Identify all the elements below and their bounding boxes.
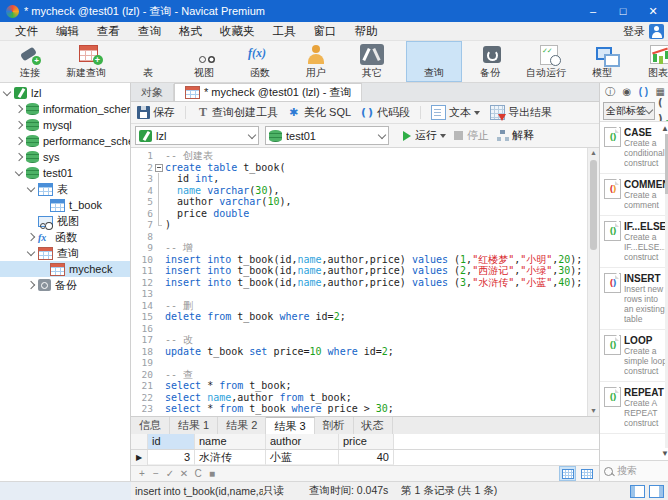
result-tab-1[interactable]: 结果 1 — [170, 417, 218, 434]
apply-record-button[interactable]: ✓ — [163, 467, 177, 481]
chevron-right-icon[interactable] — [15, 137, 23, 145]
user-avatar-icon[interactable] — [649, 24, 664, 39]
column-header-price[interactable]: price — [339, 434, 394, 449]
result-tab-5[interactable]: 状态 — [354, 417, 393, 434]
query-builder-button[interactable]: 查询创建工具 — [196, 105, 278, 120]
cell-id[interactable]: 3 — [148, 450, 195, 465]
delete-record-button[interactable]: − — [149, 467, 163, 481]
snippet-item-comment[interactable]: ()COMMENTCreate a comment — [600, 174, 668, 216]
cell-author[interactable]: 小蓝 — [266, 450, 339, 465]
run-button[interactable]: 运行 — [403, 128, 446, 143]
column-header-author[interactable]: author — [266, 434, 339, 449]
tree-item-information_schema[interactable]: information_schema — [0, 101, 130, 117]
result-tab-3[interactable]: 结果 3 — [266, 417, 314, 434]
toolbar-plug-button[interactable]: 连接 — [2, 41, 58, 82]
menu-item-0[interactable]: 文件 — [6, 22, 47, 40]
add-record-button[interactable]: + — [135, 467, 149, 481]
chevron-right-icon[interactable] — [15, 121, 23, 129]
chevron-right-icon[interactable] — [15, 153, 23, 161]
export-result-button[interactable]: 导出结果 — [490, 105, 552, 120]
tab-objects[interactable]: 对象 — [131, 84, 174, 101]
scrollbar-thumb[interactable] — [590, 160, 597, 250]
snippet-item-loop[interactable]: ()LOOPCreate a simple loop construct — [600, 330, 668, 382]
result-tab-0[interactable]: 信息 — [131, 417, 170, 434]
scroll-down-icon[interactable]: ▼ — [590, 406, 597, 416]
result-grid-row[interactable]: ▶3水浒传小蓝40 — [131, 450, 599, 465]
fold-marker-icon[interactable] — [153, 196, 163, 208]
menu-item-6[interactable]: 工具 — [264, 22, 305, 40]
column-header-name[interactable]: name — [195, 434, 266, 449]
database-select[interactable]: test01 — [265, 126, 389, 145]
tree-item-[interactable]: 备份 — [0, 277, 130, 293]
toolbar-auto-button[interactable]: 自动运行 — [518, 41, 574, 82]
chevron-down-icon[interactable] — [3, 88, 11, 96]
beautify-sql-button[interactable]: 美化 SQL — [288, 105, 351, 120]
grid-view-button[interactable] — [559, 466, 576, 481]
result-tab-4[interactable]: 剖析 — [315, 417, 354, 434]
fold-marker-icon[interactable] — [153, 173, 163, 185]
toggle-left-pane-button[interactable] — [630, 485, 645, 498]
snippet-item-insert[interactable]: ()INSERTInsert new rows into an existing… — [600, 268, 668, 330]
stop-record-button[interactable]: ■ — [205, 467, 219, 481]
sql-editor[interactable]: 1-- 创建表2create table t_book(3 id int,4 n… — [131, 148, 599, 416]
toolbar-backup-button[interactable]: 备份 — [462, 41, 518, 82]
minimize-button[interactable]: – — [578, 0, 608, 22]
toolbar-fx-button[interactable]: 函数 — [232, 41, 288, 82]
chevron-down-icon[interactable] — [15, 168, 23, 176]
column-header-id[interactable]: id — [148, 434, 195, 449]
scroll-down-icon[interactable]: ▼ — [661, 449, 668, 458]
connection-select[interactable]: lzl — [135, 126, 259, 145]
tree-item-test01[interactable]: test01 — [0, 165, 130, 181]
snippet-filter-select[interactable]: 全部标签 — [603, 102, 655, 120]
chevron-right-icon[interactable] — [27, 233, 35, 241]
editor-scrollbar[interactable]: ▲ ▼ — [587, 148, 599, 416]
refresh-record-button[interactable]: C — [191, 467, 205, 481]
fold-marker-icon[interactable] — [153, 208, 163, 220]
scroll-up-icon[interactable]: ▲ — [661, 124, 668, 133]
tree-item-[interactable]: 函数 — [0, 229, 130, 245]
code-snippet-button[interactable]: 代码段 — [361, 105, 410, 120]
snippet-icon[interactable]: ( ) — [639, 83, 648, 100]
menu-item-3[interactable]: 查询 — [129, 22, 170, 40]
tree-item-sys[interactable]: sys — [0, 149, 130, 165]
toolbar-model-button[interactable]: 模型 — [574, 41, 630, 82]
tree-item-[interactable]: 查询 — [0, 245, 130, 261]
chevron-down-icon[interactable] — [27, 184, 35, 192]
chevron-right-icon[interactable] — [27, 281, 35, 289]
fold-marker-icon[interactable] — [153, 162, 163, 174]
tab-query-active[interactable]: * mycheck @test01 (lzl) - 查询 — [174, 83, 362, 101]
result-tab-2[interactable]: 结果 2 — [218, 417, 266, 434]
maximize-button[interactable]: □ — [608, 0, 638, 22]
tree-item-t_book[interactable]: t_book — [0, 197, 130, 213]
fold-marker-icon[interactable] — [153, 185, 163, 197]
cancel-record-button[interactable]: ✕ — [177, 467, 191, 481]
close-button[interactable]: ✕ — [638, 0, 668, 22]
scroll-up-icon[interactable]: ▲ — [590, 148, 597, 158]
cell-price[interactable]: 40 — [339, 450, 394, 465]
toggle-right-pane-button[interactable] — [649, 485, 664, 498]
menu-item-7[interactable]: 窗口 — [305, 22, 346, 40]
toolbar-tools-button[interactable]: 其它 — [344, 41, 400, 82]
tree-item-lzl[interactable]: lzl — [0, 85, 130, 101]
menu-item-8[interactable]: 帮助 — [346, 22, 387, 40]
chevron-down-icon[interactable] — [27, 248, 35, 256]
snippet-search[interactable]: 搜索 — [600, 460, 668, 481]
save-button[interactable]: 保存 — [137, 105, 175, 120]
menu-item-2[interactable]: 查看 — [88, 22, 129, 40]
cell-name[interactable]: 水浒传 — [195, 450, 266, 465]
menu-item-1[interactable]: 编辑 — [47, 22, 88, 40]
snippet-item-case[interactable]: ()CASECreate a conditional construct — [600, 122, 668, 174]
toolbar-query-button[interactable]: 查询 — [406, 41, 462, 82]
tree-item-performance_schema[interactable]: performance_schema — [0, 133, 130, 149]
eye-icon[interactable]: ◉ — [622, 83, 631, 100]
chevron-right-icon[interactable] — [15, 105, 23, 113]
info-icon[interactable]: ⓘ — [605, 83, 615, 100]
explain-button[interactable]: 解释 — [497, 128, 534, 143]
toolbar-user-button[interactable]: 用户 — [288, 41, 344, 82]
menu-item-5[interactable]: 收藏夹 — [211, 22, 264, 40]
tree-item-[interactable]: 视图 — [0, 213, 130, 229]
snippet-item-ifelse[interactable]: ()IF...ELSECreate a IF...ELSE... constru… — [600, 216, 668, 268]
tree-item-mysql[interactable]: mysql — [0, 117, 130, 133]
menu-item-4[interactable]: 格式 — [170, 22, 211, 40]
toolbar-chart-button[interactable]: 图表 — [630, 41, 668, 82]
